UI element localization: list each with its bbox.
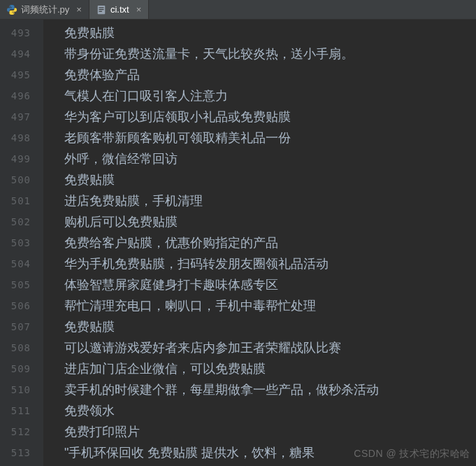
line-number: 502 xyxy=(0,211,31,232)
line-number: 505 xyxy=(0,274,31,295)
text-line: 免费给客户贴膜，优惠价购指定的产品 xyxy=(64,232,476,253)
text-line: 华为客户可以到店领取小礼品或免费贴膜 xyxy=(64,106,476,127)
line-number-gutter: 4934944954964974984995005015025035045055… xyxy=(0,20,43,466)
text-line: 带身份证免费送流量卡，天气比较炎热，送小手扇。 xyxy=(64,43,476,64)
line-number: 496 xyxy=(0,85,31,106)
editor-content[interactable]: 免费贴膜带身份证免费送流量卡，天气比较炎热，送小手扇。免费体验产品气模人在门口吸… xyxy=(43,20,476,466)
svg-rect-2 xyxy=(99,9,103,10)
line-number: 500 xyxy=(0,169,31,190)
line-number: 497 xyxy=(0,106,31,127)
text-line: 免费贴膜 xyxy=(64,169,476,190)
text-line: 购机后可以免费贴膜 xyxy=(64,211,476,232)
close-icon[interactable]: × xyxy=(136,4,142,15)
line-number: 512 xyxy=(0,421,31,442)
line-number: 506 xyxy=(0,295,31,316)
svg-rect-3 xyxy=(99,10,101,11)
line-number xyxy=(0,463,31,466)
line-number: 510 xyxy=(0,379,31,400)
line-number: 495 xyxy=(0,64,31,85)
python-icon xyxy=(7,5,17,15)
text-line: 免费领水 xyxy=(64,400,476,421)
text-line: 体验智慧屏家庭健身打卡趣味体感专区 xyxy=(64,274,476,295)
line-number: 504 xyxy=(0,253,31,274)
text-file-icon xyxy=(96,5,106,15)
line-number: 511 xyxy=(0,400,31,421)
text-line: 气模人在门口吸引客人注意力 xyxy=(64,85,476,106)
tab-label: 词频统计.py xyxy=(21,3,69,16)
text-line: 免费贴膜 xyxy=(64,22,476,43)
text-line: "手机环保回收 免费贴膜 提供水，饮料，糖果 xyxy=(64,442,476,463)
line-number: 494 xyxy=(0,43,31,64)
text-line: 免费贴膜 xyxy=(64,316,476,337)
line-number: 507 xyxy=(0,316,31,337)
text-line: 老顾客带新顾客购机可领取精美礼品一份 xyxy=(64,127,476,148)
text-line: 免费体验产品 xyxy=(64,64,476,85)
text-line: 进店加门店企业微信，可以免费贴膜 xyxy=(64,358,476,379)
line-number: 499 xyxy=(0,148,31,169)
tab-python-file[interactable]: 词频统计.py × xyxy=(0,0,89,19)
line-number: 508 xyxy=(0,337,31,358)
text-line: 帮忙清理充电口，喇叭口，手机中毒帮忙处理 xyxy=(64,295,476,316)
tab-label: ci.txt xyxy=(110,4,129,15)
line-number: 493 xyxy=(0,22,31,43)
line-number: 513 xyxy=(0,442,31,463)
text-line: 外呼，微信经常回访 xyxy=(64,148,476,169)
line-number: 498 xyxy=(0,127,31,148)
close-icon[interactable]: × xyxy=(76,4,82,15)
svg-rect-1 xyxy=(99,7,103,8)
text-line: 免费打印照片 xyxy=(64,421,476,442)
tab-bar: 词频统计.py × ci.txt × xyxy=(0,0,476,20)
line-number: 509 xyxy=(0,358,31,379)
line-number: 503 xyxy=(0,232,31,253)
text-line: 可以邀请游戏爱好者来店内参加王者荣耀战队比赛 xyxy=(64,337,476,358)
line-number: 501 xyxy=(0,190,31,211)
tab-text-file[interactable]: ci.txt × xyxy=(89,0,149,19)
text-line: 卖手机的时候建个群，每星期做拿一些产品，做秒杀活动 xyxy=(64,379,476,400)
editor-area: 4934944954964974984995005015025035045055… xyxy=(0,20,476,466)
text-line: 免费休息充电，功能测测咨询" xyxy=(64,463,476,466)
text-line: 华为手机免费贴膜，扫码转发朋友圈领礼品活动 xyxy=(64,253,476,274)
text-line: 进店免费贴膜，手机清理 xyxy=(64,190,476,211)
